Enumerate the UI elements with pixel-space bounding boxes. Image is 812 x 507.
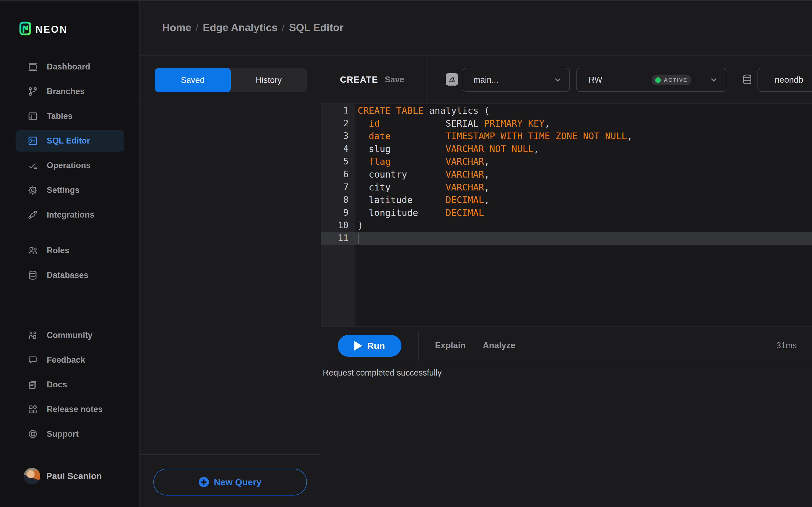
sidebar-item-support[interactable]: Support xyxy=(16,423,124,445)
user-menu[interactable]: Paul Scanlon xyxy=(23,468,102,485)
status-message: Request completed successfully xyxy=(323,368,442,378)
line-number: 10 xyxy=(321,219,349,232)
queries-panel-footer: New Query xyxy=(140,455,321,506)
code-line-8: 8 latitude DECIMAL, xyxy=(321,193,812,206)
query-duration: 31ms xyxy=(776,327,797,364)
neon-logo-icon xyxy=(19,21,31,38)
brand-name: NEON xyxy=(36,24,68,35)
line-number: 5 xyxy=(321,155,349,168)
sidebar-item-feedback[interactable]: Feedback xyxy=(16,349,124,371)
sidebar-item-label: Docs xyxy=(47,380,67,390)
code-text: id SERIAL PRIMARY KEY, xyxy=(358,117,550,130)
sidebar-nav-main: DashboardBranchesTablesSQL EditorOperati… xyxy=(16,56,124,229)
plus-icon xyxy=(199,477,209,487)
code-line-3: 3 date TIMESTAMP WITH TIME ZONE NOT NULL… xyxy=(321,129,812,143)
sidebar-nav-help: CommunityFeedbackDocsRelease notesSuppor… xyxy=(16,325,124,448)
git-branch-icon xyxy=(27,86,39,97)
run-bar-divider xyxy=(418,332,419,360)
sidebar-item-label: Dashboard xyxy=(47,62,90,72)
code-line-1: 1CREATE TABLE analytics ( xyxy=(321,104,812,117)
sidebar-item-docs[interactable]: Docs xyxy=(16,374,124,395)
sidebar-item-label: Release notes xyxy=(47,404,103,414)
compute-select[interactable]: RW ACTIVE xyxy=(576,68,726,92)
tab-history[interactable]: History xyxy=(231,68,307,92)
code-line-4: 4 slug VARCHAR NOT NULL, xyxy=(321,143,812,155)
analyze-button[interactable]: Analyze xyxy=(483,327,515,364)
sidebar-item-label: Branches xyxy=(47,87,85,96)
queries-panel: Saved History New Query xyxy=(140,56,321,507)
compute-select-value: RW xyxy=(589,75,602,85)
sidebar-divider xyxy=(26,230,58,230)
code-text: slug VARCHAR NOT NULL, xyxy=(358,143,539,155)
breadcrumb-home[interactable]: Home xyxy=(162,22,191,34)
sidebar-item-label: Feedback xyxy=(47,355,85,365)
neon-logo[interactable]: NEON xyxy=(19,21,68,38)
query-tab-create[interactable]: CREATE xyxy=(340,56,378,104)
breadcrumb-project[interactable]: Edge Analytics xyxy=(203,22,277,34)
queries-tabs-row: Saved History xyxy=(140,56,321,104)
speech-bubble-icon xyxy=(27,354,39,366)
code-text: date TIMESTAMP WITH TIME ZONE NOT NULL, xyxy=(358,129,632,143)
code-text: latitude DECIMAL, xyxy=(358,193,490,206)
editor-toolbar: CREATE Save main... RW ACTIVE neondb xyxy=(321,56,812,104)
avatar xyxy=(23,468,40,485)
code-line-6: 6 country VARCHAR, xyxy=(321,168,812,181)
text-cursor xyxy=(358,233,358,243)
code-text: country VARCHAR, xyxy=(358,168,490,181)
life-buoy-icon xyxy=(27,428,39,440)
save-button[interactable]: Save xyxy=(385,56,404,104)
code-editor[interactable]: 1CREATE TABLE analytics (2 id SERIAL PRI… xyxy=(321,104,812,327)
sidebar-nav-db: RolesDatabases xyxy=(16,240,124,289)
toolbar-divider xyxy=(427,56,428,103)
sidebar-item-databases[interactable]: Databases xyxy=(16,265,124,286)
sidebar-item-community[interactable]: Community xyxy=(16,325,124,346)
chevron-down-icon xyxy=(709,75,718,84)
dashboard-icon xyxy=(27,61,39,73)
line-number: 3 xyxy=(321,129,349,143)
branch-select[interactable]: main... xyxy=(463,68,570,92)
tab-saved[interactable]: Saved xyxy=(155,68,231,92)
line-number: 11 xyxy=(321,232,349,245)
sidebar-item-integrations[interactable]: Integrations xyxy=(16,204,124,226)
chevron-down-icon xyxy=(553,75,562,84)
code-text: flag VARCHAR, xyxy=(358,155,490,168)
sidebar-item-label: Tables xyxy=(47,111,72,121)
code-text: longitude DECIMAL xyxy=(358,206,484,219)
sidebar-item-label: SQL Editor xyxy=(47,136,90,146)
run-button[interactable]: Run xyxy=(338,335,401,357)
sidebar: NEON DashboardBranchesTablesSQL EditorOp… xyxy=(0,0,140,507)
sidebar-item-roles[interactable]: Roles xyxy=(16,240,124,261)
breadcrumb: Home / Edge Analytics / SQL Editor xyxy=(162,22,344,34)
code-line-7: 7 city VARCHAR, xyxy=(321,181,812,194)
saved-queries-list xyxy=(140,104,321,455)
terminal-icon xyxy=(27,135,39,147)
line-number: 9 xyxy=(321,206,349,219)
explain-button[interactable]: Explain xyxy=(435,327,466,364)
breadcrumb-separator: / xyxy=(196,22,198,34)
database-select-value: neondb xyxy=(775,75,803,85)
sidebar-item-sql-editor[interactable]: SQL Editor xyxy=(16,130,124,152)
sidebar-item-label: Support xyxy=(47,429,79,439)
code-text: city VARCHAR, xyxy=(358,181,490,194)
sql-editor-panel: CREATE Save main... RW ACTIVE neondb 1CR… xyxy=(321,56,812,507)
community-icon xyxy=(27,329,39,341)
breadcrumb-current: SQL Editor xyxy=(289,22,344,34)
sidebar-item-label: Community xyxy=(47,331,93,340)
user-name: Paul Scanlon xyxy=(46,471,102,481)
new-query-button[interactable]: New Query xyxy=(153,469,307,496)
branch-icon-button[interactable] xyxy=(446,73,458,86)
sidebar-item-settings[interactable]: Settings xyxy=(16,179,124,201)
sidebar-item-operations[interactable]: Operations xyxy=(16,155,124,176)
sidebar-item-release-notes[interactable]: Release notes xyxy=(16,399,124,420)
database-select[interactable]: neondb xyxy=(758,68,812,92)
sidebar-item-dashboard[interactable]: Dashboard xyxy=(16,56,124,77)
sidebar-item-tables[interactable]: Tables xyxy=(16,105,124,127)
check-list-icon xyxy=(27,160,39,171)
sidebar-item-label: Integrations xyxy=(47,210,94,220)
active-status-dot xyxy=(655,77,661,83)
database-icon xyxy=(741,73,754,86)
saved-history-toggle: Saved History xyxy=(155,68,307,92)
line-number: 2 xyxy=(321,117,349,130)
run-label: Run xyxy=(367,341,385,351)
sidebar-item-branches[interactable]: Branches xyxy=(16,81,124,102)
